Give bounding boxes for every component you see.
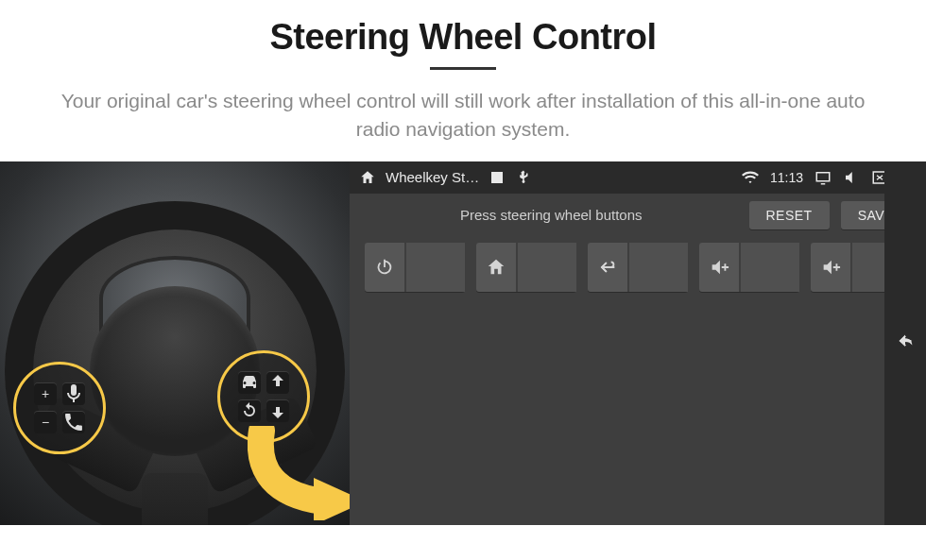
wifi-icon [742, 169, 759, 186]
title-underline [430, 67, 496, 70]
mapping-value [629, 243, 688, 292]
mapping-row [350, 237, 926, 297]
mapping-value [741, 243, 799, 292]
power-icon [365, 243, 406, 292]
mapping-tile-volume-up[interactable] [699, 243, 799, 292]
page-title: Steering Wheel Control [0, 17, 926, 58]
nav-down-icon [266, 399, 289, 422]
picture-icon [489, 169, 506, 186]
back-icon [588, 243, 629, 292]
mapping-value [518, 243, 576, 292]
voice-icon [62, 382, 85, 405]
back-soft-icon[interactable] [895, 331, 916, 355]
clock: 11:13 [770, 170, 803, 185]
display-icon[interactable] [815, 169, 832, 186]
instruction-bar: Press steering wheel buttons RESET SAVE [350, 194, 926, 237]
reset-button[interactable]: RESET [749, 201, 830, 229]
wheel-spoke [142, 473, 208, 525]
head-unit-screen: Wheelkey St… 11:13 [350, 161, 926, 525]
minus-icon: − [34, 411, 57, 433]
steering-wheel-photo: + − [0, 161, 350, 525]
callout-arrow-icon [248, 426, 350, 520]
home-icon [476, 243, 518, 292]
volume-up-icon [699, 243, 741, 292]
home-icon[interactable] [359, 169, 376, 186]
cycle-icon [238, 399, 261, 422]
nav-up-icon [266, 371, 289, 394]
usb-icon [515, 169, 532, 186]
mapping-tile-power[interactable] [365, 243, 465, 292]
device-body [350, 297, 926, 525]
status-bar: Wheelkey St… 11:13 [350, 161, 926, 194]
mapping-tile-back[interactable] [588, 243, 688, 292]
page-subtitle: Your original car's steering wheel contr… [0, 87, 926, 161]
instruction-text: Press steering wheel buttons [365, 207, 738, 223]
wheel-buttons-left-callout: + − [13, 362, 106, 454]
mute-icon[interactable] [843, 169, 860, 186]
mapping-tile-home[interactable] [476, 243, 576, 292]
volume-up-icon [811, 243, 852, 292]
car-icon [238, 371, 261, 394]
plus-icon: + [34, 382, 57, 405]
android-soft-nav [884, 161, 926, 525]
app-title: Wheelkey St… [386, 169, 479, 185]
phone-icon [62, 411, 85, 433]
mapping-value [406, 243, 465, 292]
